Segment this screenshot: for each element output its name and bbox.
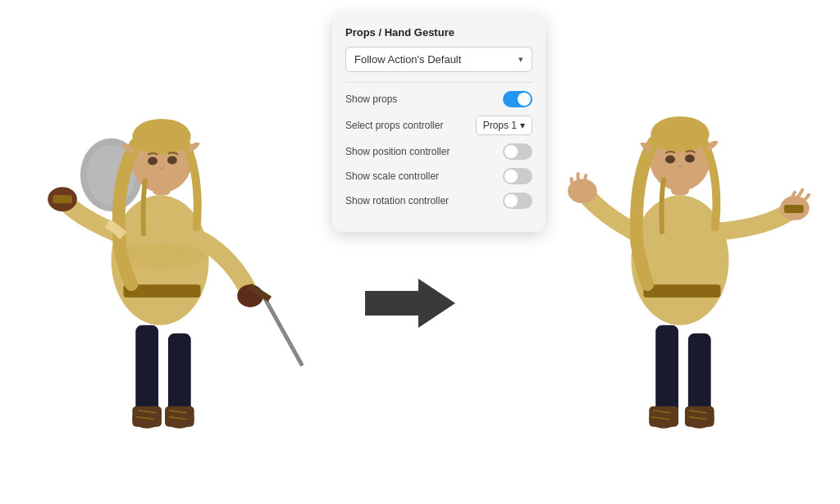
follow-action-dropdown[interactable]: Follow Action's Default ▾ [345, 47, 532, 72]
show-scale-row: Show scale controller [345, 168, 532, 184]
character-right [520, 16, 832, 488]
svg-rect-23 [52, 195, 72, 203]
character-left [8, 16, 320, 488]
select-props-label: Select props controller [345, 120, 476, 131]
dropdown-row: Follow Action's Default ▾ [345, 47, 532, 72]
show-props-label: Show props [345, 93, 503, 105]
arrow-container [361, 270, 459, 336]
dropdown-label: Follow Action's Default [354, 53, 461, 66]
show-scale-toggle[interactable] [503, 168, 532, 184]
show-props-row: Show props [345, 91, 532, 107]
show-rotation-toggle[interactable] [503, 193, 532, 209]
show-rotation-row: Show rotation controller [345, 193, 532, 209]
show-props-toggle[interactable] [503, 91, 532, 107]
show-position-toggle[interactable] [503, 143, 532, 160]
show-position-label: Show position controller [345, 146, 503, 157]
show-position-row: Show position controller [345, 143, 532, 160]
chevron-down-icon: ▾ [520, 120, 525, 131]
direction-arrow [365, 275, 455, 332]
svg-point-20 [132, 119, 190, 155]
props1-label: Props 1 [483, 120, 517, 131]
svg-point-42 [651, 116, 709, 152]
show-rotation-label: Show rotation controller [345, 195, 503, 207]
select-props-row: Select props controller Props 1 ▾ [345, 116, 532, 135]
svg-rect-45 [784, 205, 804, 213]
svg-point-22 [167, 157, 177, 165]
svg-marker-25 [365, 279, 455, 328]
svg-rect-27 [643, 284, 720, 297]
svg-point-24 [116, 244, 205, 269]
show-scale-label: Show scale controller [345, 170, 503, 182]
panel-title: Props / Hand Gesture [345, 26, 532, 39]
chevron-down-icon: ▾ [518, 54, 523, 65]
panel: Props / Hand Gesture Follow Action's Def… [332, 15, 546, 232]
svg-point-21 [148, 157, 158, 166]
divider [345, 82, 532, 83]
props1-dropdown[interactable]: Props 1 ▾ [476, 116, 532, 135]
svg-point-44 [685, 155, 695, 163]
svg-line-14 [262, 293, 303, 366]
svg-point-43 [665, 156, 675, 164]
scene: Props / Hand Gesture Follow Action's Def… [0, 0, 840, 504]
